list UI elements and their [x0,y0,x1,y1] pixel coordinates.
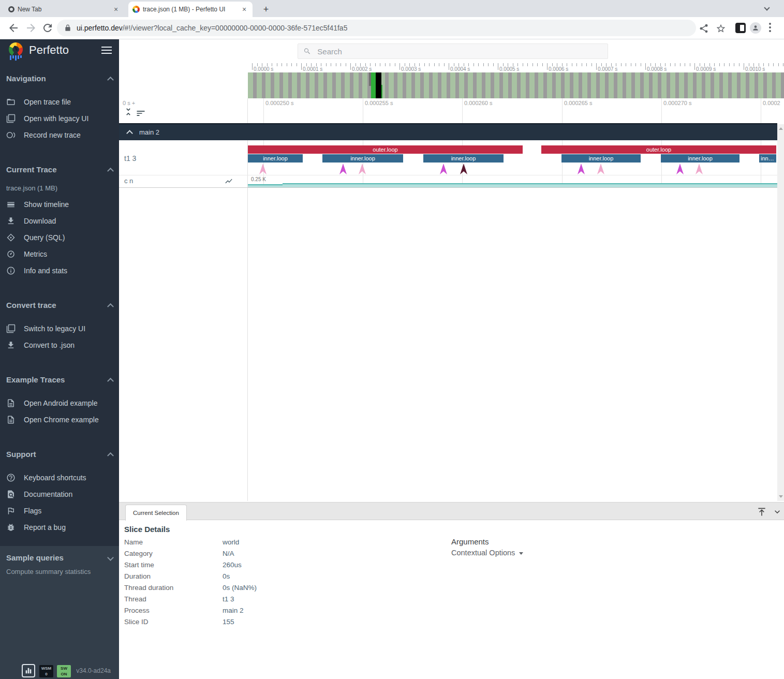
ruler-tick [685,63,685,66]
slice-inner-loop[interactable]: inner.loop [661,154,739,163]
counter-track-label[interactable]: c n [124,177,133,185]
timeline-scrollbar[interactable] [777,124,784,501]
chevron-down-icon[interactable] [772,507,782,517]
ruler-tick [655,63,656,66]
query-icon [6,233,16,242]
search-input[interactable] [316,47,602,56]
ruler-tick [660,63,661,66]
new-tab-button[interactable]: + [260,3,272,16]
tab-current-selection[interactable]: Current Selection [125,505,187,521]
section-heading-convert-trace[interactable]: Convert trace [0,299,119,311]
detail-label: Slice ID [124,618,217,626]
sidebar-item-switch-to-legacy-ui[interactable]: Switch to legacy UI [0,320,119,337]
sidebar-item-flags[interactable]: Flags [0,503,119,519]
ruler-tick [567,63,567,66]
slice-inner-loop[interactable]: inner.loop [423,154,504,163]
ruler-tick [719,63,720,66]
browser-tab-new-tab[interactable]: New Tab × [4,2,124,17]
section-title: Support [6,450,36,459]
section-heading-current-trace[interactable]: Current Trace [0,164,119,175]
slice-inner-loop[interactable]: inner.loop [561,154,641,163]
sidebar-item-open-with-legacy-ui[interactable]: Open with legacy UI [0,110,119,127]
sidebar-item-label: Switch to legacy UI [24,324,85,333]
address-bar[interactable]: ui.perfetto.dev/#!/viewer?local_cache_ke… [57,20,696,36]
tab-close-icon[interactable]: × [240,5,248,13]
sidebar-item-open-chrome-example[interactable]: Open Chrome example [0,411,119,428]
section-heading-example-traces[interactable]: Example Traces [0,374,119,385]
slice-outer-loop[interactable]: outer.loop [248,145,523,154]
sidebar-item-report-a-bug[interactable]: Report a bug [0,519,119,536]
detail-label: Thread duration [124,584,217,592]
new-tab-favicon-icon [8,6,14,12]
ruler-tick [734,63,734,66]
flow-arrow-icon[interactable] [597,164,604,174]
sidebar-item-metrics[interactable]: Metrics [0,246,119,262]
sidebar-item-show-timeline[interactable]: Show timeline [0,196,119,213]
sidebar-item-keyboard-shortcuts[interactable]: Keyboard shortcuts [0,469,119,486]
profile-avatar[interactable] [750,22,761,34]
ruler-tick [572,63,572,66]
side-panel-icon[interactable] [735,23,746,33]
section-heading-support[interactable]: Support [0,448,119,460]
timeline-area[interactable]: 0.0000 s0.0001 s0.0002 s0.0003 s0.0004 s… [119,62,784,501]
sidebar-item-query-sql[interactable]: Query (SQL) [0,229,119,246]
ruler-tick [385,63,386,66]
expand-panel-up-icon[interactable] [757,507,767,517]
sidebar-item-documentation[interactable]: Documentation [0,486,119,503]
minimap-selection-black[interactable] [376,72,381,98]
ruler-tick [552,63,553,66]
browser-menu-icon[interactable] [769,23,771,33]
bookmark-star-icon[interactable] [716,23,726,34]
share-icon[interactable] [699,23,709,34]
ruler-tick [729,63,730,66]
scroll-up-icon [779,127,783,130]
sidebar-item-open-trace-file[interactable]: Open trace file [0,94,119,110]
minimap-selection-green[interactable] [371,72,376,98]
sort-tracks-icon[interactable] [136,108,146,119]
ruler-tick [670,63,671,66]
ruler-tick [488,63,489,66]
flow-arrow-icon[interactable] [460,164,467,174]
sidebar-item-record-new-trace[interactable]: Record new trace [0,127,119,143]
sidebar-item-download[interactable]: Download [0,213,119,229]
flag-icon [6,506,16,515]
ruler-tick [468,63,469,66]
back-icon[interactable] [7,22,20,34]
ruler-tick [434,63,435,66]
ruler-tick [759,63,759,66]
section-heading[interactable]: Sample queries [6,553,113,562]
collapse-tracks-icon[interactable] [123,107,134,117]
search-box[interactable] [298,43,608,59]
slice-inner-loop[interactable]: inner.loop [248,154,303,163]
menu-icon[interactable] [101,47,112,55]
process-group-header[interactable]: main 2 [119,123,777,140]
sidebar-item-label: Open with legacy UI [24,114,88,123]
ruler-tick [365,63,366,66]
flow-arrow-icon[interactable] [259,164,267,174]
browser-tab-perfetto[interactable]: trace.json (1 MB) - Perfetto UI × [128,2,253,17]
thread-track-label[interactable]: t1 3 [124,154,136,163]
section-title: Sample queries [6,553,64,562]
flow-arrow-icon[interactable] [339,164,347,174]
sidebar-item-open-android-example[interactable]: Open Android example [0,395,119,411]
tab-close-icon[interactable]: × [112,5,120,13]
slice-outer-loop[interactable]: outer.loop [541,145,776,154]
sidebar-item-info-and-stats[interactable]: Info and stats [0,262,119,279]
sidebar-footer-chart-button[interactable] [22,664,35,677]
reload-icon[interactable] [41,22,54,34]
slice-inner-loop[interactable]: inner.loop [759,154,776,163]
time-gridline [761,98,761,187]
section-heading-navigation[interactable]: Navigation [0,72,119,84]
contextual-options-dropdown[interactable]: Contextual Options [451,549,523,557]
flow-arrow-icon[interactable] [676,164,684,174]
slice-inner-loop[interactable]: inner.loop [322,154,403,163]
tab-list-chevron-icon[interactable] [765,6,771,10]
flow-arrow-icon[interactable] [359,164,366,174]
forward-icon[interactable] [25,22,37,34]
overview-minimap[interactable] [248,72,784,98]
flow-arrow-icon[interactable] [696,164,703,174]
flow-arrow-icon[interactable] [440,164,447,174]
flow-arrow-icon[interactable] [578,164,585,174]
sidebar-item-compute-summary-statistics[interactable]: Compute summary statistics [6,568,91,575]
sidebar-item-convert-to-json[interactable]: Convert to .json [0,337,119,353]
